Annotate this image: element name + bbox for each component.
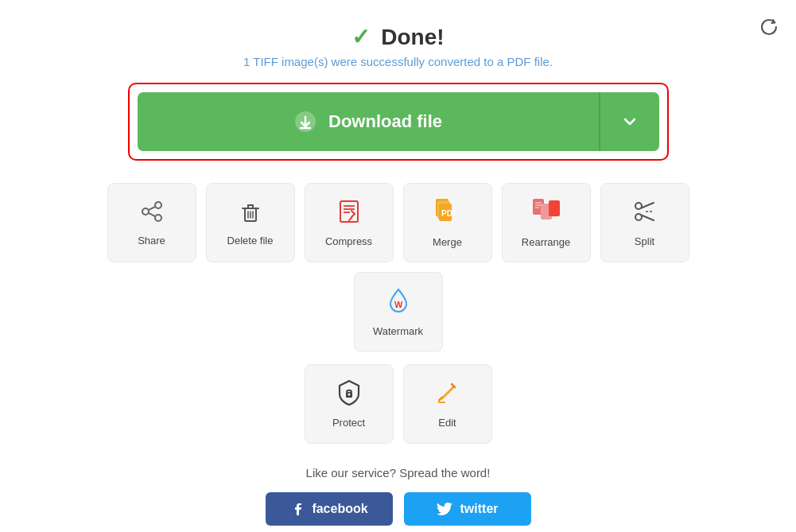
tool-merge[interactable]: PDF Merge <box>403 183 492 262</box>
svg-line-32 <box>641 203 654 208</box>
done-section: ✓ Done! 1 TIFF image(s) were successfull… <box>243 24 553 68</box>
facebook-label: facebook <box>312 502 367 516</box>
tool-protect[interactable]: Protect <box>305 364 394 444</box>
facebook-icon <box>289 502 304 516</box>
facebook-button[interactable]: facebook <box>266 492 393 526</box>
compress-label: Compress <box>325 235 372 247</box>
tool-compress[interactable]: Compress <box>305 183 394 262</box>
social-row: facebook twitter <box>266 492 531 526</box>
trash-icon <box>238 199 263 228</box>
svg-rect-16 <box>340 201 358 222</box>
twitter-icon <box>437 503 452 515</box>
svg-point-5 <box>155 215 161 221</box>
tool-edit[interactable]: Edit <box>403 364 492 444</box>
svg-line-6 <box>148 207 154 210</box>
rearrange-label: Rearrange <box>522 236 570 248</box>
watermark-icon: W <box>384 286 413 319</box>
merge-label: Merge <box>433 236 462 248</box>
refresh-button[interactable] <box>758 16 780 43</box>
chevron-down-icon <box>621 113 639 130</box>
share-icon <box>139 199 165 228</box>
svg-text:PDF: PDF <box>441 209 457 218</box>
done-subtitle: 1 TIFF image(s) were successfully conver… <box>243 55 553 68</box>
svg-rect-26 <box>549 200 560 216</box>
tool-delete-file[interactable]: Delete file <box>206 183 295 262</box>
download-wrapper: Download file <box>128 83 669 161</box>
tool-watermark[interactable]: W Watermark <box>354 272 443 351</box>
watermark-label: Watermark <box>373 325 423 337</box>
merge-icon: PDF <box>433 197 462 230</box>
twitter-button[interactable]: twitter <box>404 492 531 526</box>
compress-icon <box>336 198 363 229</box>
edit-icon <box>434 379 461 410</box>
scissors-icon <box>631 198 658 229</box>
check-icon: ✓ <box>351 25 370 49</box>
share-label: Share <box>138 235 165 247</box>
svg-point-37 <box>348 394 350 396</box>
protect-icon <box>336 379 362 410</box>
download-icon <box>293 110 317 134</box>
download-label: Download file <box>328 111 442 132</box>
tool-share[interactable]: Share <box>107 183 196 262</box>
tool-rearrange[interactable]: Rearrange <box>502 183 591 262</box>
split-label: Split <box>635 235 654 247</box>
download-row: Download file <box>138 92 659 151</box>
tools-second-row: Protect Edit <box>305 364 492 444</box>
svg-line-7 <box>148 213 154 216</box>
spread-text: Like our service? Spread the word! <box>306 466 491 480</box>
svg-text:W: W <box>394 300 403 309</box>
delete-file-label: Delete file <box>227 235 274 247</box>
protect-label: Protect <box>332 417 365 429</box>
twitter-label: twitter <box>460 502 499 516</box>
rearrange-icon <box>531 197 561 230</box>
download-main-button[interactable]: Download file <box>138 92 600 151</box>
tool-split[interactable]: Split <box>600 183 689 262</box>
edit-label: Edit <box>438 417 456 429</box>
tools-grid: Share Delete file <box>96 183 701 351</box>
done-title: ✓ Done! <box>243 24 553 50</box>
svg-point-4 <box>142 208 149 215</box>
svg-point-3 <box>155 202 161 208</box>
spread-section: Like our service? Spread the word! <box>306 466 491 480</box>
download-arrow-button[interactable] <box>600 92 659 151</box>
svg-line-33 <box>641 216 654 221</box>
